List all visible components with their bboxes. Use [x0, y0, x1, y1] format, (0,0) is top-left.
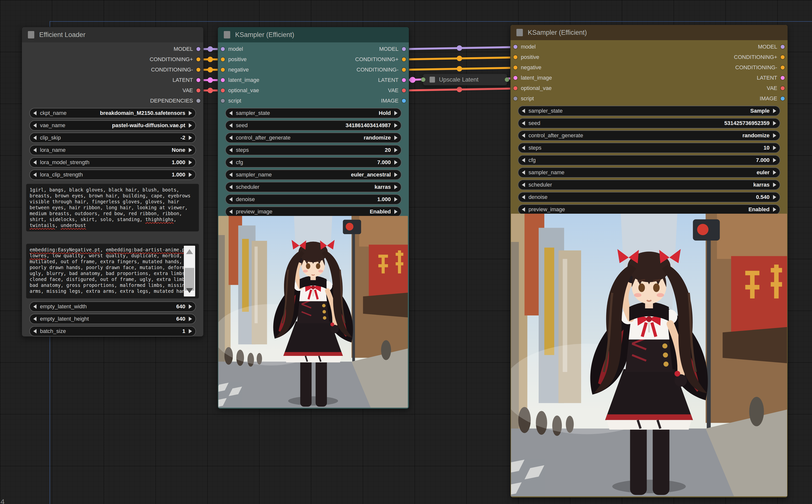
output-port-conditioning-plus[interactable]: CONDITIONING+ [150, 56, 200, 63]
widget-preview-image[interactable]: preview_imageEnabled [518, 204, 780, 215]
output-port-conditioning-minus[interactable]: CONDITIONING- [151, 67, 200, 73]
decrement-arrow-icon[interactable] [33, 136, 36, 140]
node-graph-canvas[interactable]: Efficient Loader MODEL CONDITIONING+ CON… [0, 0, 812, 504]
scrollbar-thumb[interactable] [185, 268, 194, 291]
script-port-icon[interactable] [221, 99, 225, 103]
output-port-conditioning-minus[interactable]: CONDITIONING- [357, 67, 406, 73]
decrement-arrow-icon[interactable] [33, 173, 36, 177]
output-port-latent[interactable]: LATENT [378, 77, 406, 83]
widget-denoise[interactable]: denoise1.000 [225, 194, 401, 205]
decrement-arrow-icon[interactable] [229, 209, 233, 214]
node-title-bar[interactable]: KSampler (Efficient) [510, 25, 788, 40]
increment-arrow-icon[interactable] [189, 148, 192, 152]
output-port-latent[interactable]: LATENT [757, 75, 785, 81]
increment-arrow-icon[interactable] [189, 160, 192, 165]
model-port-icon[interactable] [402, 47, 406, 51]
decrement-arrow-icon[interactable] [522, 109, 525, 113]
increment-arrow-icon[interactable] [189, 317, 192, 321]
input-port-positive[interactable]: positive [513, 54, 539, 60]
node-title-bar[interactable]: Efficient Loader [22, 27, 203, 42]
widget-scheduler[interactable]: schedulerkarras [518, 180, 780, 190]
output-port-vae[interactable]: VAE [388, 87, 406, 94]
collapse-box-icon[interactable] [516, 29, 523, 36]
decrement-arrow-icon[interactable] [229, 160, 233, 165]
image-port-icon[interactable] [402, 99, 406, 103]
increment-arrow-icon[interactable] [394, 185, 397, 189]
widget-sampler-name[interactable]: sampler_nameeuler [518, 167, 780, 178]
increment-arrow-icon[interactable] [189, 123, 192, 128]
latent-port-icon[interactable] [196, 78, 200, 82]
latent-port-icon[interactable] [221, 78, 225, 82]
conditioning-port-icon[interactable] [221, 68, 225, 72]
decrement-arrow-icon[interactable] [229, 173, 233, 177]
output-port-model[interactable]: MODEL [758, 44, 785, 50]
decrement-arrow-icon[interactable] [522, 195, 525, 199]
vae-port-icon[interactable] [781, 86, 785, 90]
widget-sampler-name[interactable]: sampler_nameeuler_ancestral [225, 170, 401, 180]
conditioning-port-icon[interactable] [402, 68, 406, 72]
increment-arrow-icon[interactable] [394, 209, 397, 214]
decrement-arrow-icon[interactable] [33, 304, 36, 309]
increment-arrow-icon[interactable] [189, 173, 192, 177]
increment-arrow-icon[interactable] [394, 148, 397, 152]
input-port-positive[interactable]: positive [221, 56, 247, 63]
widget-empty-latent-width[interactable]: empty_latent_width640 [29, 301, 196, 312]
model-port-icon[interactable] [781, 45, 785, 49]
latent-port-icon[interactable] [402, 78, 406, 82]
node-title-bar[interactable]: KSampler (Efficient) [218, 27, 409, 42]
widget-scheduler[interactable]: schedulerkarras [225, 182, 401, 192]
node-ksampler-efficient-1[interactable]: KSampler (Efficient) modelMODEL positive… [218, 27, 409, 409]
model-port-icon[interactable] [196, 47, 200, 51]
decrement-arrow-icon[interactable] [33, 123, 36, 128]
increment-arrow-icon[interactable] [773, 170, 776, 175]
collapse-box-icon[interactable] [430, 77, 435, 83]
conditioning-minus-port-icon[interactable] [196, 68, 200, 72]
widget-steps[interactable]: steps20 [225, 145, 401, 155]
negative-prompt-scrollbar[interactable] [184, 246, 195, 296]
widget-steps[interactable]: steps10 [518, 143, 780, 153]
image-port-icon[interactable] [781, 97, 785, 101]
output-port-vae[interactable]: VAE [767, 85, 785, 91]
decrement-arrow-icon[interactable] [522, 170, 525, 175]
increment-arrow-icon[interactable] [394, 123, 397, 128]
output-port-vae[interactable]: VAE [182, 87, 200, 94]
increment-arrow-icon[interactable] [773, 146, 776, 150]
input-port-negative[interactable]: negative [513, 64, 541, 71]
collapse-box-icon[interactable] [224, 31, 230, 38]
decrement-arrow-icon[interactable] [229, 136, 233, 140]
widget-sampler-state[interactable]: sampler_stateSample [518, 106, 780, 116]
conditioning-port-icon[interactable] [402, 57, 406, 61]
decrement-arrow-icon[interactable] [33, 111, 36, 115]
widget-control-after-generate[interactable]: control_after_generaterandomize [225, 133, 401, 143]
vae-port-icon[interactable] [196, 88, 200, 92]
output-port-image[interactable]: IMAGE [381, 98, 406, 104]
increment-arrow-icon[interactable] [773, 195, 776, 199]
decrement-arrow-icon[interactable] [522, 133, 525, 138]
output-port-conditioning-plus[interactable]: CONDITIONING+ [355, 56, 406, 63]
decrement-arrow-icon[interactable] [522, 121, 525, 125]
collapse-box-icon[interactable] [28, 31, 34, 38]
output-port-dependencies[interactable]: DEPENDENCIES [150, 98, 200, 104]
increment-arrow-icon[interactable] [773, 183, 776, 187]
dependencies-port-icon[interactable] [196, 99, 200, 103]
output-port-conditioning-plus[interactable]: CONDITIONING+ [734, 54, 785, 60]
decrement-arrow-icon[interactable] [522, 183, 525, 187]
increment-arrow-icon[interactable] [773, 207, 776, 212]
input-port-negative[interactable]: negative [221, 67, 249, 73]
increment-arrow-icon[interactable] [773, 121, 776, 125]
increment-arrow-icon[interactable] [394, 111, 397, 115]
decrement-arrow-icon[interactable] [33, 160, 36, 165]
conditioning-port-icon[interactable] [221, 57, 225, 61]
scroll-up-icon[interactable] [186, 249, 193, 254]
widget-preview-image[interactable]: preview_imageEnabled [225, 207, 401, 217]
latent-port-icon[interactable] [781, 76, 785, 80]
increment-arrow-icon[interactable] [189, 136, 192, 140]
input-port-script[interactable]: script [221, 98, 241, 104]
decrement-arrow-icon[interactable] [522, 158, 525, 162]
widget-sampler-state[interactable]: sampler_stateHold [225, 108, 401, 118]
conditioning-port-icon[interactable] [781, 55, 785, 59]
widget-denoise[interactable]: denoise0.540 [518, 192, 780, 202]
input-port-model[interactable]: model [513, 44, 536, 50]
widget-lora-clip-strength[interactable]: lora_clip_strength1.000 [29, 170, 196, 180]
widget-seed[interactable]: seed531425736952359 [518, 118, 780, 128]
